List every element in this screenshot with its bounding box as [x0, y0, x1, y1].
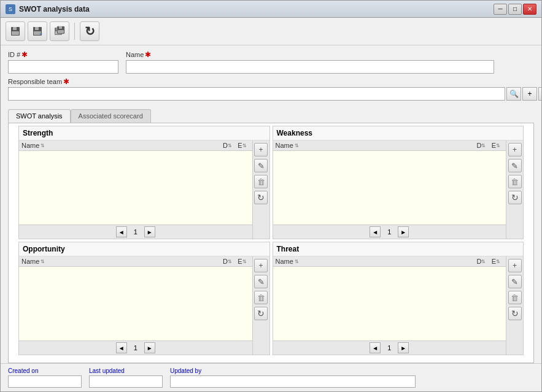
threat-delete-button[interactable]: 🗑: [508, 291, 522, 304]
threat-inner: Name ⇅ D ⇅ E ⇅: [273, 256, 524, 355]
opportunity-table-footer: ◄ 1 ►: [19, 340, 252, 355]
strength-table-header: Name ⇅ D ⇅ E ⇅: [19, 140, 252, 151]
opportunity-delete-button[interactable]: 🗑: [254, 291, 268, 304]
threat-col-e: E ⇅: [489, 258, 503, 265]
name-field-group: Name ✱: [126, 50, 494, 74]
strength-name-sort[interactable]: ⇅: [41, 143, 45, 148]
threat-refresh-button[interactable]: ↻: [508, 307, 522, 320]
strength-table-footer: ◄ 1 ►: [19, 225, 252, 239]
last-updated-input: [89, 375, 163, 388]
opportunity-next-button[interactable]: ►: [144, 342, 155, 353]
strength-delete-button[interactable]: 🗑: [254, 175, 268, 188]
threat-next-button[interactable]: ►: [398, 342, 409, 353]
svg-text:+: +: [39, 31, 42, 37]
team-input[interactable]: [8, 87, 505, 101]
svg-rect-11: [59, 26, 62, 29]
team-add-button[interactable]: +: [522, 87, 537, 101]
strength-edit-button[interactable]: ✎: [254, 159, 268, 172]
id-label: ID # ✱: [8, 50, 118, 59]
threat-table-area: Name ⇅ D ⇅ E ⇅: [273, 256, 506, 355]
strength-actions: + ✎ 🗑 ↻: [252, 140, 269, 239]
opportunity-d-sort[interactable]: ⇅: [228, 259, 232, 264]
opportunity-title: Opportunity: [19, 242, 269, 256]
threat-name-sort[interactable]: ⇅: [295, 259, 299, 264]
weakness-table-body: [273, 151, 506, 225]
svg-rect-2: [12, 31, 19, 35]
weakness-page-num: 1: [383, 228, 395, 236]
weakness-d-sort[interactable]: ⇅: [481, 143, 486, 148]
strength-col-name: Name ⇅: [21, 142, 220, 149]
team-key-button[interactable]: 🔑: [538, 87, 542, 101]
opportunity-col-name: Name ⇅: [21, 258, 220, 265]
weakness-prev-button[interactable]: ◄: [370, 226, 381, 237]
main-content: Strength Name ⇅ D ⇅: [8, 123, 534, 363]
weakness-refresh-button[interactable]: ↻: [508, 191, 522, 204]
opportunity-name-sort[interactable]: ⇅: [41, 259, 45, 264]
weakness-table-footer: ◄ 1 ►: [273, 225, 506, 239]
opportunity-edit-button[interactable]: ✎: [254, 275, 268, 288]
title-bar: S SWOT analysis data ─ □ ✕: [1, 1, 541, 18]
updated-by-label: Updated by: [170, 367, 416, 374]
threat-e-sort[interactable]: ⇅: [496, 259, 500, 264]
strength-page-num: 1: [130, 228, 142, 236]
close-button[interactable]: ✕: [523, 4, 536, 15]
tab-swot-analysis[interactable]: SWOT analysis: [8, 109, 71, 123]
threat-col-name: Name ⇅: [276, 258, 474, 265]
tabs: SWOT analysis Associated scorecard: [8, 109, 534, 123]
weakness-delete-button[interactable]: 🗑: [508, 175, 522, 188]
minimize-button[interactable]: ─: [494, 4, 507, 15]
strength-prev-button[interactable]: ◄: [116, 226, 127, 237]
opportunity-e-sort[interactable]: ⇅: [242, 259, 247, 264]
threat-col-d: D ⇅: [474, 258, 489, 265]
updated-by-input: [170, 375, 416, 388]
threat-add-button[interactable]: +: [508, 259, 522, 272]
team-search-button[interactable]: 🔍: [506, 87, 521, 101]
strength-table-area: Name ⇅ D ⇅ E ⇅: [19, 140, 252, 239]
save-icon-1: [10, 26, 21, 37]
name-required: ✱: [145, 50, 151, 59]
weakness-name-sort[interactable]: ⇅: [295, 143, 299, 148]
weakness-col-d: D ⇅: [474, 142, 489, 149]
id-input[interactable]: [8, 60, 118, 74]
weakness-next-button[interactable]: ►: [398, 226, 409, 237]
last-updated-field: Last updated: [89, 367, 163, 388]
team-field-group: Responsible team ✱ 🔍 + 🔑: [8, 77, 542, 101]
weakness-col-name: Name ⇅: [276, 142, 474, 149]
strength-d-sort[interactable]: ⇅: [228, 143, 232, 148]
id-name-row: ID # ✱ Name ✱: [8, 50, 534, 74]
strength-next-button[interactable]: ►: [144, 226, 155, 237]
strength-quadrant: Strength Name ⇅ D ⇅: [18, 126, 270, 239]
strength-inner: Name ⇅ D ⇅ E ⇅: [19, 140, 269, 239]
weakness-table-header: Name ⇅ D ⇅ E ⇅: [273, 140, 506, 151]
strength-col-e: E ⇅: [235, 142, 250, 149]
swot-grid: Strength Name ⇅ D ⇅: [16, 123, 526, 358]
tab-associated-scorecard[interactable]: Associated scorecard: [71, 109, 151, 123]
main-window: S SWOT analysis data ─ □ ✕ +: [0, 0, 542, 392]
name-label: Name ✱: [126, 50, 494, 59]
strength-refresh-button[interactable]: ↻: [254, 191, 268, 204]
threat-prev-button[interactable]: ◄: [370, 342, 381, 353]
threat-d-sort[interactable]: ⇅: [481, 259, 486, 264]
toolbar: + ↻: [1, 18, 541, 45]
weakness-e-sort[interactable]: ⇅: [496, 143, 500, 148]
save-button-1[interactable]: [6, 21, 25, 41]
team-row: Responsible team ✱ 🔍 + 🔑: [8, 77, 534, 101]
last-updated-label: Last updated: [89, 367, 163, 374]
refresh-button[interactable]: ↻: [80, 21, 99, 41]
strength-add-button[interactable]: +: [254, 143, 268, 156]
save-button-2[interactable]: +: [28, 21, 47, 41]
opportunity-page-num: 1: [130, 344, 142, 352]
name-input[interactable]: [126, 60, 494, 74]
opportunity-prev-button[interactable]: ◄: [116, 342, 127, 353]
threat-edit-button[interactable]: ✎: [508, 275, 522, 288]
opportunity-refresh-button[interactable]: ↻: [254, 307, 268, 320]
weakness-edit-button[interactable]: ✎: [508, 159, 522, 172]
maximize-button[interactable]: □: [508, 4, 522, 15]
opportunity-inner: Name ⇅ D ⇅ E ⇅: [19, 256, 269, 355]
weakness-actions: + ✎ 🗑 ↻: [506, 140, 523, 239]
save-button-3[interactable]: [50, 21, 69, 41]
strength-e-sort[interactable]: ⇅: [242, 143, 247, 148]
opportunity-add-button[interactable]: +: [254, 259, 268, 272]
opportunity-table-body: [19, 267, 252, 340]
weakness-add-button[interactable]: +: [508, 143, 522, 156]
